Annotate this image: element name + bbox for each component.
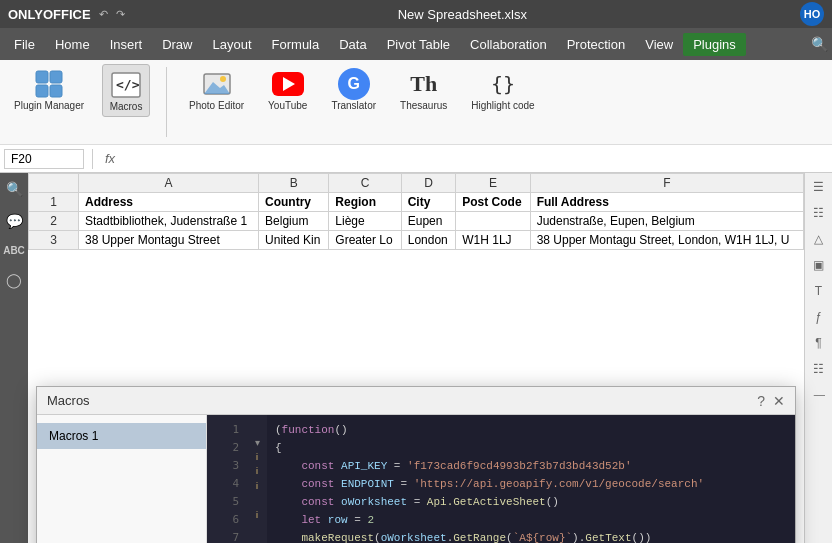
formula-icon[interactable]: ƒ [812, 307, 825, 327]
format-icon[interactable]: ☷ [810, 359, 827, 379]
menu-file[interactable]: File [4, 33, 45, 56]
cell-f3[interactable]: 38 Upper Montagu Street, London, W1H 1LJ… [530, 231, 803, 250]
cell-e1[interactable]: Post Code [456, 193, 530, 212]
modal-title-bar: Macros ? ✕ [37, 387, 795, 415]
menu-plugins[interactable]: Plugins [683, 33, 746, 56]
modal-title: Macros [47, 393, 90, 408]
gutter: ▾ i i i i ▾ i ▾ i [247, 415, 267, 543]
modal-close-btn[interactable]: ✕ [773, 393, 785, 409]
left-panel: 🔍 💬 ABC ◯ [0, 173, 28, 543]
menu-insert[interactable]: Insert [100, 33, 153, 56]
macro-item-1[interactable]: Macros 1 [37, 423, 206, 449]
gutter-5: i [247, 479, 267, 493]
ribbon-translator[interactable]: G Translator [325, 64, 382, 115]
row-num-2: 2 [29, 212, 79, 231]
row-num-1: 1 [29, 193, 79, 212]
table-row: 3 38 Upper Montagu Street United Kin Gre… [29, 231, 804, 250]
search-left-icon[interactable]: 🔍 [2, 177, 27, 201]
chart-icon[interactable]: ☷ [810, 203, 827, 223]
menu-pivot[interactable]: Pivot Table [377, 33, 460, 56]
cell-f1[interactable]: Full Address [530, 193, 803, 212]
code-content[interactable]: (function() { const API_KEY = 'f173cad6f… [267, 415, 795, 543]
line-numbers: 12345 678910 1112131415 1617181920 [207, 415, 247, 543]
table-row: 1 Address Country Region City Post Code … [29, 193, 804, 212]
gutter-8 [247, 522, 267, 536]
right-panel: ☰ ☷ △ ▣ T ƒ ¶ ☷ ⸻ [804, 173, 832, 543]
formula-divider [92, 149, 93, 169]
gutter-7: i [247, 507, 267, 521]
nav-icon[interactable]: ⸻ [810, 385, 828, 405]
undo-btn[interactable]: ↶ [99, 8, 108, 21]
cell-reference[interactable] [4, 149, 84, 169]
col-c: C [329, 174, 401, 193]
cell-e2[interactable] [456, 212, 530, 231]
ribbon: Plugin Manager </> Macros Photo Editor [0, 60, 832, 145]
ribbon-youtube[interactable]: YouTube [262, 64, 313, 115]
ribbon-thesaurus[interactable]: Th Thesaurus [394, 64, 453, 115]
cell-a1[interactable]: Address [79, 193, 259, 212]
photo-editor-icon [201, 68, 233, 100]
ribbon-plugin-manager[interactable]: Plugin Manager [8, 64, 90, 115]
svg-rect-3 [50, 85, 62, 97]
search-icon-btn[interactable]: 🔍 [811, 36, 828, 52]
paragraph-icon[interactable]: ¶ [812, 333, 824, 353]
thesaurus-icon: Th [408, 68, 440, 100]
title-bar: ONLYOFFICE ↶ ↷ New Spreadsheet.xlsx HO [0, 0, 832, 28]
cell-f2[interactable]: Judenstraße, Eupen, Belgium [530, 212, 803, 231]
modal-controls: ? ✕ [757, 393, 785, 409]
gutter-1 [247, 421, 267, 435]
cell-b1[interactable]: Country [259, 193, 329, 212]
cell-a2[interactable]: Stadtbibliothek, Judenstraße 1 [79, 212, 259, 231]
ribbon-photo-editor[interactable]: Photo Editor [183, 64, 250, 115]
col-e: E [456, 174, 530, 193]
thesaurus-label: Thesaurus [400, 100, 447, 111]
cell-e3[interactable]: W1H 1LJ [456, 231, 530, 250]
menu-formula[interactable]: Formula [262, 33, 330, 56]
ribbon-macros[interactable]: </> Macros [102, 64, 150, 117]
macros-label: Macros [110, 101, 143, 112]
cell-b3[interactable]: United Kin [259, 231, 329, 250]
row-num-3: 3 [29, 231, 79, 250]
menu-protection[interactable]: Protection [557, 33, 636, 56]
cell-c2[interactable]: Liège [329, 212, 401, 231]
menu-layout[interactable]: Layout [203, 33, 262, 56]
cell-a3[interactable]: 38 Upper Montagu Street [79, 231, 259, 250]
highlight-code-label: Highlight code [471, 100, 534, 111]
ribbon-highlight-code[interactable]: {} Highlight code [465, 64, 540, 115]
highlight-code-icon: {} [487, 68, 519, 100]
macros-modal: Macros ? ✕ Macros 1 12345 678910 1112131… [36, 386, 796, 543]
spreadsheet-table: A B C D E F 1 Address Country Region Cit… [28, 173, 804, 250]
text-icon[interactable]: T [812, 281, 825, 301]
menu-collaboration[interactable]: Collaboration [460, 33, 557, 56]
formula-input[interactable] [123, 152, 828, 166]
menu-draw[interactable]: Draw [152, 33, 202, 56]
cell-d3[interactable]: London [401, 231, 456, 250]
cell-settings-icon[interactable]: ☰ [810, 177, 827, 197]
redo-btn[interactable]: ↷ [116, 8, 125, 21]
gutter-9 [247, 536, 267, 543]
gutter-3: i [247, 450, 267, 464]
accessibility-icon[interactable]: ◯ [2, 268, 26, 292]
modal-help-btn[interactable]: ? [757, 393, 765, 409]
app-logo: ONLYOFFICE [8, 7, 91, 22]
modal-body: Macros 1 12345 678910 1112131415 1617181… [37, 415, 795, 543]
abc-icon[interactable]: ABC [0, 241, 29, 260]
cell-d2[interactable]: Eupen [401, 212, 456, 231]
col-b: B [259, 174, 329, 193]
cell-d1[interactable]: City [401, 193, 456, 212]
ribbon-sep-1 [166, 67, 167, 137]
shape-icon[interactable]: △ [811, 229, 826, 249]
menu-view[interactable]: View [635, 33, 683, 56]
cell-b2[interactable]: Belgium [259, 212, 329, 231]
cell-c1[interactable]: Region [329, 193, 401, 212]
comments-icon[interactable]: 💬 [2, 209, 27, 233]
menu-home[interactable]: Home [45, 33, 100, 56]
cell-c3[interactable]: Greater Lo [329, 231, 401, 250]
code-area: 12345 678910 1112131415 1617181920 ▾ i i… [207, 415, 795, 543]
menu-data[interactable]: Data [329, 33, 376, 56]
col-a: A [79, 174, 259, 193]
svg-point-7 [220, 76, 226, 82]
image-icon[interactable]: ▣ [810, 255, 827, 275]
corner-cell [29, 174, 79, 193]
title-bar-controls: HO [800, 2, 824, 26]
